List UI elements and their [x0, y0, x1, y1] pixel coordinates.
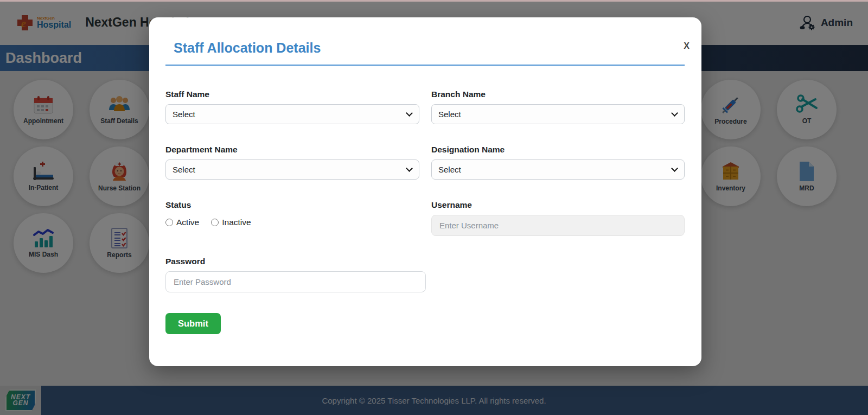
window-edge [0, 0, 868, 2]
branch-name-select[interactable]: Select [431, 104, 685, 124]
close-icon[interactable]: X [684, 41, 690, 51]
designation-name-select[interactable]: Select [431, 159, 685, 180]
username-label: Username [431, 200, 685, 210]
branch-name-label: Branch Name [431, 90, 685, 99]
username-input[interactable] [431, 215, 685, 236]
password-input[interactable] [165, 271, 426, 292]
staff-allocation-form: Staff Name Select Branch Name Select [165, 90, 685, 334]
submit-row: Submit [165, 313, 419, 334]
department-name-select[interactable]: Select [165, 159, 419, 180]
staff-allocation-modal: X Staff Allocation Details Staff Name Se… [149, 17, 701, 366]
modal-title: Staff Allocation Details [174, 40, 685, 56]
status-active-label: Active [176, 218, 199, 227]
department-name-label: Department Name [165, 145, 419, 155]
status-group: Status Active Inactive [165, 200, 419, 236]
department-name-group: Department Name Select [165, 145, 419, 180]
designation-name-group: Designation Name Select [431, 145, 685, 180]
spacer [431, 257, 685, 313]
designation-name-label: Designation Name [431, 145, 685, 155]
status-active-option[interactable]: Active [165, 218, 199, 227]
staff-name-group: Staff Name Select [165, 90, 419, 124]
app-window: e NextGen Hospital NextGen Hospital M [0, 0, 868, 415]
branch-name-group: Branch Name Select [431, 90, 685, 124]
status-inactive-radio[interactable] [211, 219, 219, 226]
staff-name-select[interactable]: Select [165, 104, 419, 124]
password-label: Password [165, 257, 419, 266]
status-inactive-option[interactable]: Inactive [211, 218, 251, 227]
password-group: Password [165, 257, 419, 292]
submit-button[interactable]: Submit [165, 313, 221, 334]
staff-name-label: Staff Name [165, 90, 419, 99]
username-group: Username [431, 200, 685, 236]
title-divider [165, 65, 685, 66]
status-label: Status [165, 200, 419, 210]
status-active-radio[interactable] [165, 219, 173, 226]
status-inactive-label: Inactive [222, 218, 251, 227]
